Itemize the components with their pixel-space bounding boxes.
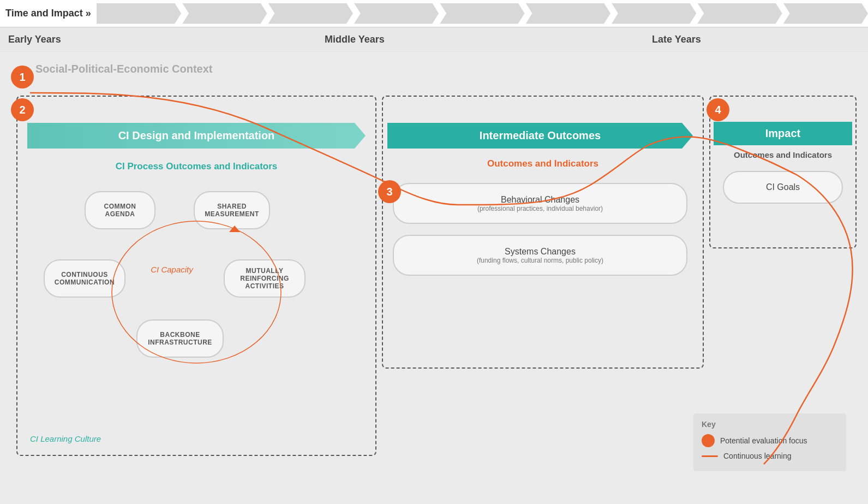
ci-learning-label: CI Learning Culture	[30, 434, 101, 443]
ci-capacity-label: CI Capacity	[131, 265, 213, 274]
key-title: Key	[702, 420, 838, 429]
badge-3: 3	[378, 180, 401, 203]
context-label: Social-Political-Economic Context	[35, 63, 213, 75]
key-item-2: Continuous learning	[702, 452, 838, 460]
arrow-6	[526, 3, 610, 24]
common-agenda-box: COMMONAGENDA	[85, 191, 155, 229]
arrow-7	[612, 3, 696, 24]
intermediate-banner: Intermediate Outcomes	[387, 123, 693, 149]
shared-measurement-box: SHAREDMEASUREMENT	[194, 191, 270, 229]
badge-2: 2	[11, 98, 34, 121]
arrow-1	[97, 3, 181, 24]
key-circle-icon	[702, 434, 715, 447]
continuous-communication-box: CONTINUOUSCOMMUNICATION	[44, 259, 125, 298]
systems-changes-box: Systems Changes (funding flows, cultural…	[393, 235, 687, 276]
intermediate-banner-bg: Intermediate Outcomes	[387, 123, 693, 149]
badge-1: 1	[11, 66, 34, 88]
arrow-4	[354, 3, 439, 24]
early-years-label: Early Years	[8, 34, 325, 45]
outcomes-indicators-label-4: Outcomes and Indicators	[714, 150, 852, 159]
arrow-2	[182, 3, 267, 24]
mutually-reinforcing-box: MUTUALLY REINFORCINGACTIVITIES	[224, 259, 306, 298]
late-years-label: Late Years	[652, 34, 860, 45]
behavioral-changes-box: Behavioral Changes (professional practic…	[393, 183, 687, 224]
arrow-3	[268, 3, 352, 24]
arrow-9	[783, 3, 868, 24]
ci-design-banner-bg: CI Design and Implementation	[27, 123, 366, 149]
middle-years-label: Middle Years	[325, 34, 652, 45]
impact-banner: Impact	[714, 122, 852, 145]
top-bar: Time and Impact »	[0, 0, 868, 27]
badge-4: 4	[707, 98, 729, 121]
diagram-area: Social-Political-Economic Context 1 2 CI…	[0, 52, 868, 504]
ci-goals-box: CI Goals	[723, 171, 843, 204]
year-labels-row: Early Years Middle Years Late Years	[0, 27, 868, 52]
key-line-icon	[702, 455, 718, 457]
outcomes-indicators-label-3: Outcomes and Indicators	[426, 158, 660, 169]
arrows-row	[97, 3, 868, 24]
key-box: Key Potential evaluation focus Continuou…	[693, 413, 846, 471]
ci-design-banner: CI Design and Implementation	[27, 123, 366, 149]
backbone-infrastructure-box: BACKBONEINFRASTRUCTURE	[136, 319, 224, 358]
arrow-8	[697, 3, 782, 24]
time-impact-label: Time and Impact »	[5, 8, 91, 19]
arrow-5	[440, 3, 524, 24]
main-container: Time and Impact » Early Years Middle Yea…	[0, 0, 868, 504]
ci-process-label: CI Process Outcomes and Indicators	[55, 161, 338, 172]
key-item-1: Potential evaluation focus	[702, 434, 838, 447]
